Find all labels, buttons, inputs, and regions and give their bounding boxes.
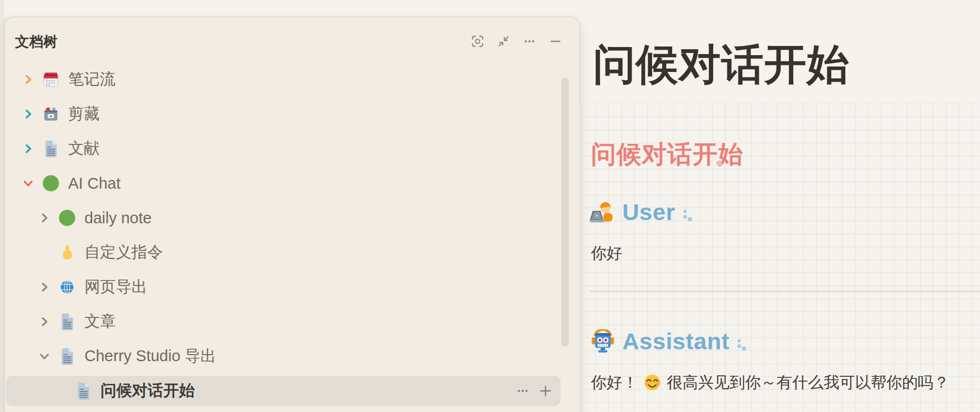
chevron-right-icon[interactable] bbox=[21, 141, 36, 156]
minimize-icon[interactable] bbox=[545, 31, 565, 51]
focus-icon[interactable] bbox=[468, 31, 487, 51]
tree-item-label: 文献 bbox=[68, 138, 100, 160]
smiling-face-emoji bbox=[643, 374, 661, 391]
green-circle-icon bbox=[58, 208, 76, 228]
tree-item-label: daily note bbox=[84, 209, 152, 227]
tree-item-label: 问候对话开始 bbox=[101, 380, 195, 402]
tree-item-label: AI Chat bbox=[68, 175, 121, 192]
chevron-spacer bbox=[53, 383, 68, 398]
editor-pane: 问候对话开始 问候对话开始 User 你好 bbox=[574, 0, 980, 412]
document-icon bbox=[58, 312, 76, 331]
chevron-down-icon[interactable] bbox=[21, 176, 36, 191]
doc-tree-panel: 文档树 bbox=[4, 17, 580, 412]
chevron-right-icon[interactable] bbox=[21, 107, 36, 122]
document-icon bbox=[58, 347, 76, 366]
pointing-up-icon bbox=[58, 243, 76, 262]
block-marker bbox=[683, 209, 693, 223]
chevron-right-icon[interactable] bbox=[37, 314, 52, 329]
tree-item-1[interactable]: 笔记流 bbox=[6, 64, 561, 95]
block-marker bbox=[737, 338, 747, 352]
app-window: 问候对话开始 问候对话开始 User 你好 bbox=[0, 0, 980, 412]
chevron-right-icon[interactable] bbox=[21, 72, 36, 87]
tree-item-5[interactable]: daily note bbox=[6, 203, 561, 233]
robot-emoji bbox=[590, 329, 616, 353]
section-heading[interactable]: 问候对话开始 bbox=[591, 138, 744, 171]
card-file-box-icon bbox=[42, 104, 60, 124]
user-heading[interactable]: User bbox=[590, 199, 693, 225]
tree-item-2[interactable]: 剪藏 bbox=[6, 99, 561, 129]
assistant-heading[interactable]: Assistant bbox=[590, 328, 747, 354]
tree-item-label: 剪藏 bbox=[68, 103, 100, 125]
tree-item-9[interactable]: Cherry Studio 导出 bbox=[6, 341, 561, 371]
panel-toolbar bbox=[468, 31, 565, 51]
document-title[interactable]: 问候对话开始 bbox=[593, 37, 850, 94]
tree-item-label: 文章 bbox=[84, 311, 116, 333]
tree-item-4[interactable]: AI Chat bbox=[6, 168, 561, 198]
horizontal-rule bbox=[590, 291, 980, 292]
scrollbar-thumb[interactable] bbox=[561, 78, 569, 347]
item-more-icon[interactable] bbox=[513, 381, 532, 401]
window-edge bbox=[0, 0, 4, 412]
document-icon bbox=[75, 381, 92, 401]
chevron-right-icon[interactable] bbox=[37, 210, 52, 225]
collapse-icon[interactable] bbox=[494, 31, 513, 51]
tree-item-label: 网页导出 bbox=[84, 276, 147, 298]
heading-anchor-dot bbox=[716, 161, 722, 166]
tree-item-7[interactable]: 网页导出 bbox=[6, 272, 561, 302]
user-message[interactable]: 你好 bbox=[591, 243, 622, 263]
tree-item-10[interactable]: 问候对话开始 bbox=[6, 376, 561, 406]
technologist-emoji bbox=[590, 200, 616, 224]
chevron-right-icon[interactable] bbox=[37, 280, 52, 295]
globe-icon bbox=[58, 277, 76, 297]
more-icon[interactable] bbox=[519, 31, 539, 51]
tree-item-label: 笔记流 bbox=[68, 69, 115, 90]
spiral-calendar-icon bbox=[42, 70, 60, 89]
tree-item-3[interactable]: 文献 bbox=[6, 134, 561, 164]
chevron-spacer bbox=[37, 245, 52, 260]
user-heading-label: User bbox=[622, 199, 675, 225]
green-circle-icon bbox=[42, 174, 60, 193]
assistant-message[interactable]: 你好！ 很高兴见到你～有什么我可以帮你的吗？ bbox=[591, 373, 949, 392]
tree-item-label: 自定义指令 bbox=[84, 242, 163, 263]
chevron-down-icon[interactable] bbox=[37, 349, 52, 364]
assistant-heading-label: Assistant bbox=[622, 328, 729, 355]
tree-item-label: Cherry Studio 导出 bbox=[84, 345, 216, 367]
tree-item-8[interactable]: 文章 bbox=[6, 307, 561, 337]
tree-item-6[interactable]: 自定义指令 bbox=[6, 237, 561, 268]
document-icon bbox=[42, 139, 60, 158]
add-doc-icon[interactable] bbox=[536, 381, 555, 401]
row-actions bbox=[513, 376, 555, 406]
document-tree: 笔记流 剪藏 文献AI Chatdaily note 自定义指令 网页导出 bbox=[5, 64, 580, 410]
top-strip bbox=[4, 0, 577, 17]
panel-title: 文档树 bbox=[15, 32, 57, 51]
